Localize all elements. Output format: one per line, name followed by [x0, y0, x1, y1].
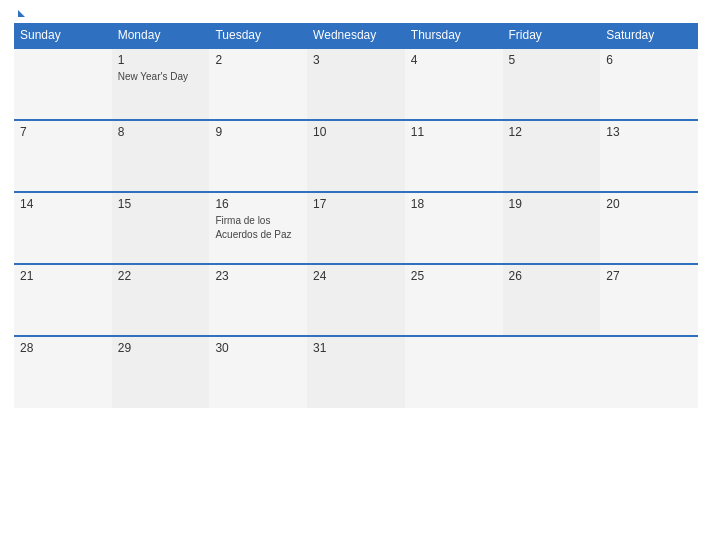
day-number: 2: [215, 53, 301, 67]
day-number: 1: [118, 53, 204, 67]
day-number: 10: [313, 125, 399, 139]
calendar-cell: 26: [503, 264, 601, 336]
calendar-cell: [14, 48, 112, 120]
weekday-header-row: SundayMondayTuesdayWednesdayThursdayFrid…: [14, 23, 698, 48]
weekday-header-monday: Monday: [112, 23, 210, 48]
calendar-cell: 3: [307, 48, 405, 120]
calendar-cell: 30: [209, 336, 307, 408]
weekday-header-thursday: Thursday: [405, 23, 503, 48]
calendar-cell: 4: [405, 48, 503, 120]
day-number: 19: [509, 197, 595, 211]
calendar-cell: 23: [209, 264, 307, 336]
calendar-cell: [405, 336, 503, 408]
calendar-cell: 18: [405, 192, 503, 264]
weekday-header-tuesday: Tuesday: [209, 23, 307, 48]
calendar-cell: 27: [600, 264, 698, 336]
day-event: Firma de los Acuerdos de Paz: [215, 215, 291, 240]
day-number: 24: [313, 269, 399, 283]
week-row-1: 1New Year's Day23456: [14, 48, 698, 120]
calendar-cell: 10: [307, 120, 405, 192]
weekday-header-wednesday: Wednesday: [307, 23, 405, 48]
day-number: 4: [411, 53, 497, 67]
day-number: 31: [313, 341, 399, 355]
day-number: 11: [411, 125, 497, 139]
calendar-cell: 14: [14, 192, 112, 264]
day-number: 26: [509, 269, 595, 283]
calendar-cell: 12: [503, 120, 601, 192]
calendar-cell: 24: [307, 264, 405, 336]
day-number: 5: [509, 53, 595, 67]
week-row-5: 28293031: [14, 336, 698, 408]
calendar-cell: 28: [14, 336, 112, 408]
day-number: 6: [606, 53, 692, 67]
calendar-cell: 22: [112, 264, 210, 336]
day-number: 17: [313, 197, 399, 211]
day-number: 20: [606, 197, 692, 211]
calendar-cell: 2: [209, 48, 307, 120]
day-number: 29: [118, 341, 204, 355]
calendar-container: SundayMondayTuesdayWednesdayThursdayFrid…: [0, 0, 712, 550]
calendar-cell: 9: [209, 120, 307, 192]
calendar-cell: 31: [307, 336, 405, 408]
calendar-table: SundayMondayTuesdayWednesdayThursdayFrid…: [14, 23, 698, 408]
day-number: 27: [606, 269, 692, 283]
weekday-header-saturday: Saturday: [600, 23, 698, 48]
calendar-cell: 5: [503, 48, 601, 120]
calendar-cell: [600, 336, 698, 408]
week-row-2: 78910111213: [14, 120, 698, 192]
day-number: 13: [606, 125, 692, 139]
day-number: 12: [509, 125, 595, 139]
calendar-cell: 6: [600, 48, 698, 120]
calendar-cell: 11: [405, 120, 503, 192]
calendar-cell: 16Firma de los Acuerdos de Paz: [209, 192, 307, 264]
calendar-cell: 21: [14, 264, 112, 336]
week-row-3: 141516Firma de los Acuerdos de Paz171819…: [14, 192, 698, 264]
day-number: 28: [20, 341, 106, 355]
day-number: 7: [20, 125, 106, 139]
calendar-cell: [503, 336, 601, 408]
day-number: 30: [215, 341, 301, 355]
calendar-cell: 15: [112, 192, 210, 264]
calendar-cell: 8: [112, 120, 210, 192]
calendar-cell: 19: [503, 192, 601, 264]
weekday-header-friday: Friday: [503, 23, 601, 48]
day-number: 16: [215, 197, 301, 211]
day-number: 9: [215, 125, 301, 139]
calendar-cell: 1New Year's Day: [112, 48, 210, 120]
day-event: New Year's Day: [118, 71, 188, 82]
day-number: 14: [20, 197, 106, 211]
day-number: 18: [411, 197, 497, 211]
weekday-header-sunday: Sunday: [14, 23, 112, 48]
week-row-4: 21222324252627: [14, 264, 698, 336]
calendar-cell: 29: [112, 336, 210, 408]
day-number: 23: [215, 269, 301, 283]
day-number: 3: [313, 53, 399, 67]
day-number: 25: [411, 269, 497, 283]
day-number: 8: [118, 125, 204, 139]
day-number: 22: [118, 269, 204, 283]
calendar-cell: 13: [600, 120, 698, 192]
calendar-cell: 7: [14, 120, 112, 192]
logo: [16, 10, 25, 17]
logo-triangle-icon: [18, 10, 25, 17]
calendar-cell: 25: [405, 264, 503, 336]
calendar-cell: 17: [307, 192, 405, 264]
day-number: 21: [20, 269, 106, 283]
header: [14, 10, 698, 17]
day-number: 15: [118, 197, 204, 211]
calendar-cell: 20: [600, 192, 698, 264]
